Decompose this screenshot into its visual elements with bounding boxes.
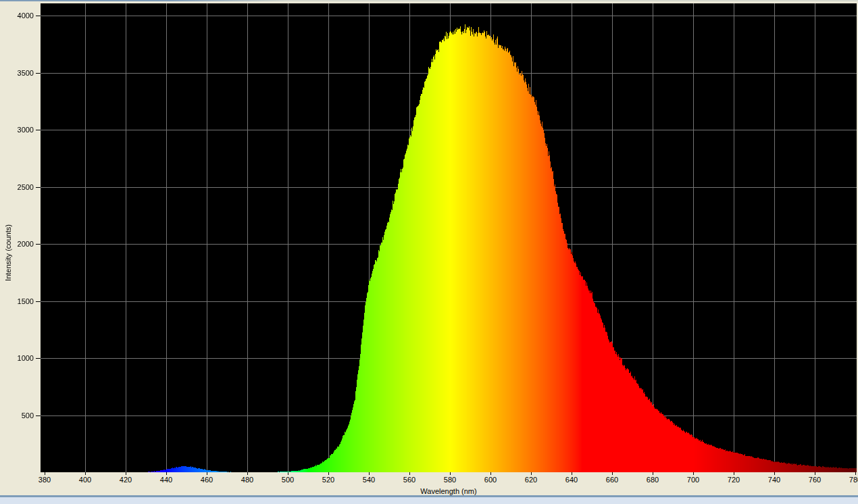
x-tick-mark	[166, 472, 167, 475]
x-tick-label: 780	[840, 476, 858, 484]
window-bottom-strip	[0, 497, 858, 504]
x-tick-mark	[328, 472, 329, 475]
y-tick-label: 1000	[5, 354, 34, 362]
spectrometer-window: 5001000150020002500300035004000 38040042…	[0, 0, 858, 504]
x-tick-mark	[855, 472, 856, 475]
y-tick-mark	[36, 187, 41, 188]
y-tick-label: 2500	[5, 183, 34, 191]
x-tick-label: 660	[597, 476, 627, 484]
x-tick-label: 720	[719, 476, 749, 484]
x-tick-mark	[693, 472, 694, 475]
x-tick-mark	[612, 472, 613, 475]
y-tick-mark	[36, 301, 41, 302]
x-tick-mark	[369, 472, 370, 475]
x-tick-label: 460	[192, 476, 222, 484]
y-tick-mark	[36, 358, 41, 359]
window-top-border	[0, 0, 858, 1]
x-tick-mark	[45, 472, 45, 475]
x-tick-label: 680	[638, 476, 667, 484]
x-tick-mark	[85, 472, 86, 475]
y-tick-mark	[36, 130, 41, 130]
spectrum-chart-canvas[interactable]	[41, 3, 857, 472]
y-tick-label: 4000	[5, 11, 34, 20]
x-tick-label: 480	[232, 476, 262, 484]
x-tick-mark	[288, 472, 288, 475]
x-tick-label: 640	[557, 476, 586, 484]
x-tick-label: 700	[678, 476, 708, 484]
x-tick-mark	[450, 472, 451, 475]
x-tick-label: 440	[151, 476, 181, 484]
x-tick-mark	[490, 472, 491, 475]
y-tick-mark	[36, 415, 41, 416]
x-tick-label: 400	[70, 476, 100, 484]
x-tick-label: 600	[476, 476, 505, 484]
x-tick-mark	[409, 472, 410, 475]
x-tick-mark	[815, 472, 815, 475]
x-tick-label: 580	[435, 476, 465, 484]
x-tick-mark	[653, 472, 653, 475]
y-tick-label: 1500	[5, 297, 34, 305]
x-tick-mark	[734, 472, 734, 475]
x-tick-mark	[247, 472, 248, 475]
x-axis-title: Wavelength (nm)	[41, 487, 857, 495]
y-tick-label: 3500	[5, 69, 34, 77]
x-tick-mark	[207, 472, 207, 475]
x-tick-label: 540	[354, 476, 384, 484]
x-tick-label: 520	[313, 476, 343, 484]
x-tick-mark	[572, 472, 572, 475]
x-tick-label: 500	[273, 476, 303, 484]
x-tick-mark	[126, 472, 126, 475]
y-tick-label: 3000	[5, 126, 34, 134]
x-tick-label: 420	[111, 476, 141, 484]
y-tick-mark	[36, 244, 41, 245]
y-tick-label: 500	[5, 411, 34, 420]
x-tick-label: 760	[800, 476, 830, 484]
y-tick-mark	[36, 73, 41, 74]
x-tick-label: 740	[759, 476, 789, 484]
x-tick-mark	[531, 472, 532, 475]
x-tick-mark	[774, 472, 775, 475]
x-tick-label: 380	[30, 476, 59, 484]
y-axis-title-text: Intensity (counts)	[4, 224, 12, 281]
x-tick-label: 620	[516, 476, 546, 484]
x-tick-label: 560	[395, 476, 424, 484]
y-tick-mark	[36, 16, 41, 16]
